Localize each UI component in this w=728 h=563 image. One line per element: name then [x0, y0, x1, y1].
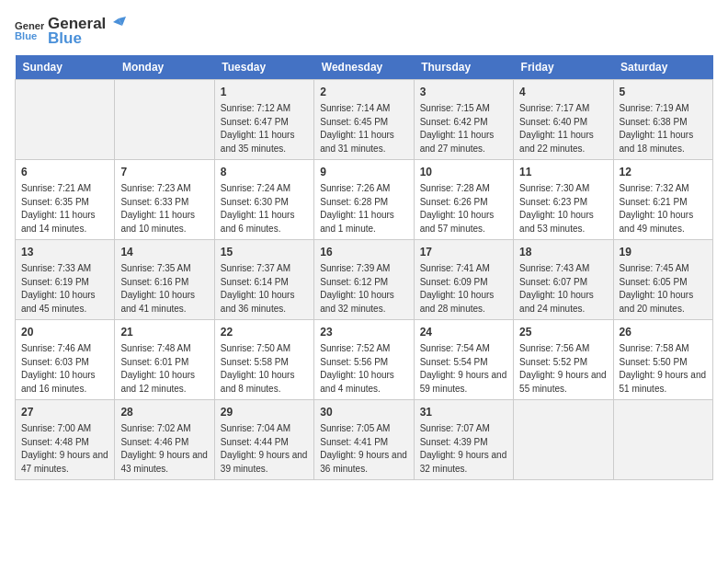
weekday-header-thursday: Thursday — [414, 55, 513, 80]
day-cell — [514, 400, 613, 480]
day-cell: 21Sunrise: 7:48 AM Sunset: 6:01 PM Dayli… — [115, 320, 214, 400]
day-info: Sunrise: 7:45 AM Sunset: 6:05 PM Dayligh… — [620, 262, 707, 316]
day-number: 2 — [320, 84, 407, 100]
day-info: Sunrise: 7:00 AM Sunset: 4:48 PM Dayligh… — [21, 422, 108, 476]
day-cell: 25Sunrise: 7:56 AM Sunset: 5:52 PM Dayli… — [514, 320, 613, 400]
day-number: 18 — [519, 244, 607, 260]
day-info: Sunrise: 7:12 AM Sunset: 6:47 PM Dayligh… — [221, 102, 308, 155]
day-info: Sunrise: 7:28 AM Sunset: 6:26 PM Dayligh… — [420, 182, 507, 236]
weekday-header-tuesday: Tuesday — [214, 55, 313, 80]
day-cell: 3Sunrise: 7:15 AM Sunset: 6:42 PM Daylig… — [414, 80, 513, 160]
day-number: 7 — [120, 164, 208, 180]
logo-icon: General Blue — [15, 18, 44, 44]
day-number: 9 — [320, 164, 407, 180]
day-number: 12 — [620, 164, 707, 180]
weekday-header-monday: Monday — [115, 55, 214, 80]
day-cell: 19Sunrise: 7:45 AM Sunset: 6:05 PM Dayli… — [613, 240, 712, 320]
calendar-table: SundayMondayTuesdayWednesdayThursdayFrid… — [15, 55, 713, 480]
day-info: Sunrise: 7:35 AM Sunset: 6:16 PM Dayligh… — [120, 262, 208, 316]
day-number: 19 — [620, 244, 707, 260]
day-number: 26 — [620, 324, 707, 340]
day-info: Sunrise: 7:02 AM Sunset: 4:46 PM Dayligh… — [120, 422, 208, 476]
day-number: 8 — [221, 164, 308, 180]
day-info: Sunrise: 7:23 AM Sunset: 6:33 PM Dayligh… — [120, 182, 208, 236]
day-info: Sunrise: 7:30 AM Sunset: 6:23 PM Dayligh… — [519, 182, 607, 236]
day-info: Sunrise: 7:39 AM Sunset: 6:12 PM Dayligh… — [320, 262, 407, 316]
day-cell: 22Sunrise: 7:50 AM Sunset: 5:58 PM Dayli… — [214, 320, 313, 400]
day-number: 6 — [21, 164, 108, 180]
day-cell: 23Sunrise: 7:52 AM Sunset: 5:56 PM Dayli… — [314, 320, 414, 400]
day-cell: 2Sunrise: 7:14 AM Sunset: 6:45 PM Daylig… — [314, 80, 414, 160]
day-cell: 4Sunrise: 7:17 AM Sunset: 6:40 PM Daylig… — [514, 80, 613, 160]
day-info: Sunrise: 7:46 AM Sunset: 6:03 PM Dayligh… — [21, 342, 108, 396]
day-cell: 17Sunrise: 7:41 AM Sunset: 6:09 PM Dayli… — [414, 240, 513, 320]
day-number: 24 — [420, 324, 507, 340]
day-info: Sunrise: 7:19 AM Sunset: 6:38 PM Dayligh… — [620, 102, 707, 155]
day-info: Sunrise: 7:56 AM Sunset: 5:52 PM Dayligh… — [519, 342, 607, 396]
day-info: Sunrise: 7:54 AM Sunset: 5:54 PM Dayligh… — [420, 342, 507, 396]
weekday-header-wednesday: Wednesday — [314, 55, 414, 80]
day-cell — [613, 400, 712, 480]
day-info: Sunrise: 7:41 AM Sunset: 6:09 PM Dayligh… — [420, 262, 507, 316]
week-row-1: 1Sunrise: 7:12 AM Sunset: 6:47 PM Daylig… — [16, 80, 713, 160]
week-row-4: 20Sunrise: 7:46 AM Sunset: 6:03 PM Dayli… — [16, 320, 713, 400]
day-cell: 14Sunrise: 7:35 AM Sunset: 6:16 PM Dayli… — [115, 240, 214, 320]
day-info: Sunrise: 7:21 AM Sunset: 6:35 PM Dayligh… — [21, 182, 108, 236]
week-row-2: 6Sunrise: 7:21 AM Sunset: 6:35 PM Daylig… — [16, 160, 713, 240]
day-info: Sunrise: 7:32 AM Sunset: 6:21 PM Dayligh… — [620, 182, 707, 236]
day-number: 31 — [420, 404, 507, 420]
day-cell: 27Sunrise: 7:00 AM Sunset: 4:48 PM Dayli… — [16, 400, 115, 480]
day-number: 3 — [420, 84, 507, 100]
day-number: 14 — [120, 244, 208, 260]
day-cell: 28Sunrise: 7:02 AM Sunset: 4:46 PM Dayli… — [115, 400, 214, 480]
day-number: 21 — [120, 324, 208, 340]
day-cell: 8Sunrise: 7:24 AM Sunset: 6:30 PM Daylig… — [214, 160, 313, 240]
day-info: Sunrise: 7:33 AM Sunset: 6:19 PM Dayligh… — [21, 262, 108, 316]
day-cell: 18Sunrise: 7:43 AM Sunset: 6:07 PM Dayli… — [514, 240, 613, 320]
day-info: Sunrise: 7:04 AM Sunset: 4:44 PM Dayligh… — [221, 422, 308, 476]
day-cell: 15Sunrise: 7:37 AM Sunset: 6:14 PM Dayli… — [214, 240, 313, 320]
week-row-3: 13Sunrise: 7:33 AM Sunset: 6:19 PM Dayli… — [16, 240, 713, 320]
day-number: 30 — [320, 404, 407, 420]
weekday-header-saturday: Saturday — [613, 55, 712, 80]
day-cell: 13Sunrise: 7:33 AM Sunset: 6:19 PM Dayli… — [16, 240, 115, 320]
day-number: 4 — [519, 84, 607, 100]
day-info: Sunrise: 7:05 AM Sunset: 4:41 PM Dayligh… — [320, 422, 407, 476]
svg-text:General: General — [15, 20, 44, 31]
day-cell: 11Sunrise: 7:30 AM Sunset: 6:23 PM Dayli… — [514, 160, 613, 240]
week-row-5: 27Sunrise: 7:00 AM Sunset: 4:48 PM Dayli… — [16, 400, 713, 480]
day-info: Sunrise: 7:37 AM Sunset: 6:14 PM Dayligh… — [221, 262, 308, 316]
day-cell — [16, 80, 115, 160]
day-number: 25 — [519, 324, 607, 340]
day-cell: 30Sunrise: 7:05 AM Sunset: 4:41 PM Dayli… — [314, 400, 414, 480]
logo-blue: Blue — [48, 29, 126, 48]
day-number: 11 — [519, 164, 607, 180]
day-number: 17 — [420, 244, 507, 260]
day-cell: 12Sunrise: 7:32 AM Sunset: 6:21 PM Dayli… — [613, 160, 712, 240]
day-info: Sunrise: 7:24 AM Sunset: 6:30 PM Dayligh… — [221, 182, 308, 236]
weekday-header-sunday: Sunday — [16, 55, 115, 80]
day-number: 5 — [620, 84, 707, 100]
day-info: Sunrise: 7:52 AM Sunset: 5:56 PM Dayligh… — [320, 342, 407, 396]
day-info: Sunrise: 7:43 AM Sunset: 6:07 PM Dayligh… — [519, 262, 607, 316]
day-number: 23 — [320, 324, 407, 340]
svg-text:Blue: Blue — [15, 30, 37, 41]
weekday-header-friday: Friday — [514, 55, 613, 80]
day-cell: 20Sunrise: 7:46 AM Sunset: 6:03 PM Dayli… — [16, 320, 115, 400]
day-cell: 31Sunrise: 7:07 AM Sunset: 4:39 PM Dayli… — [414, 400, 513, 480]
day-cell: 5Sunrise: 7:19 AM Sunset: 6:38 PM Daylig… — [613, 80, 712, 160]
day-cell: 7Sunrise: 7:23 AM Sunset: 6:33 PM Daylig… — [115, 160, 214, 240]
day-cell: 1Sunrise: 7:12 AM Sunset: 6:47 PM Daylig… — [214, 80, 313, 160]
day-number: 16 — [320, 244, 407, 260]
day-number: 13 — [21, 244, 108, 260]
day-cell: 9Sunrise: 7:26 AM Sunset: 6:28 PM Daylig… — [314, 160, 414, 240]
page-header: General Blue General Blue — [15, 15, 713, 48]
day-number: 28 — [120, 404, 208, 420]
day-number: 20 — [21, 324, 108, 340]
day-cell: 29Sunrise: 7:04 AM Sunset: 4:44 PM Dayli… — [214, 400, 313, 480]
day-info: Sunrise: 7:07 AM Sunset: 4:39 PM Dayligh… — [420, 422, 507, 476]
logo: General Blue General Blue — [15, 15, 126, 48]
day-info: Sunrise: 7:15 AM Sunset: 6:42 PM Dayligh… — [420, 102, 507, 155]
day-number: 15 — [221, 244, 308, 260]
day-info: Sunrise: 7:17 AM Sunset: 6:40 PM Dayligh… — [519, 102, 607, 155]
